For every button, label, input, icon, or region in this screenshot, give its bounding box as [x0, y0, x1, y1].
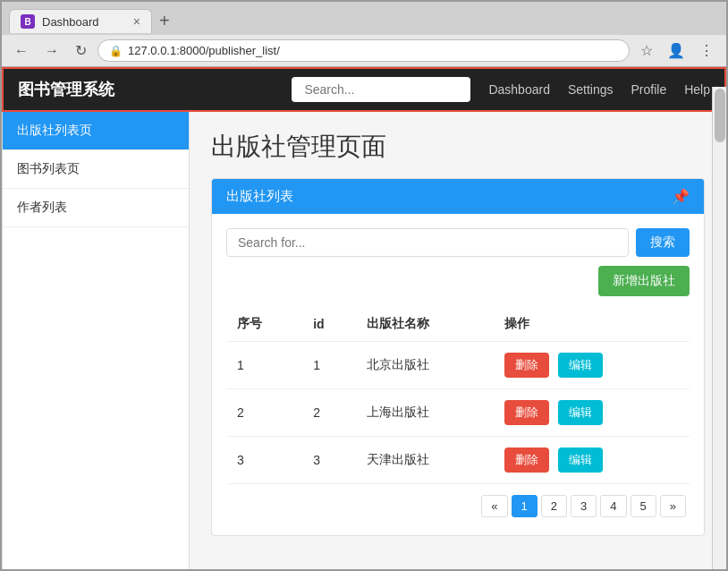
nav-link-dashboard[interactable]: Dashboard	[488, 82, 550, 97]
row3-actions: 删除 编辑	[494, 437, 690, 484]
tab-title: Dashboard	[42, 15, 99, 29]
table-row: 1 1 北京出版社 删除 编辑	[226, 342, 690, 389]
row2-seq: 2	[226, 389, 302, 437]
col-seq: 序号	[226, 307, 302, 342]
browser-chrome: B Dashboard × + ← → ↻ 🔒 127.0.0.1:8000/p…	[2, 2, 726, 67]
row1-seq: 1	[226, 342, 302, 389]
prev-page-button[interactable]: «	[481, 495, 507, 517]
row1-name: 北京出版社	[356, 342, 494, 389]
back-button[interactable]: ←	[9, 40, 34, 62]
app-navbar: 图书管理系统 Dashboard Settings Profile Help	[2, 67, 726, 112]
add-btn-row: 新增出版社	[226, 266, 690, 296]
nav-link-help[interactable]: Help	[684, 82, 710, 97]
row2-id: 2	[302, 389, 356, 437]
row1-delete-button[interactable]: 删除	[504, 353, 549, 378]
table-head: 序号 id 出版社名称 操作	[226, 307, 690, 342]
scrollbar-thumb[interactable]	[715, 89, 725, 142]
page-title: 出版社管理页面	[211, 130, 705, 164]
row1-edit-button[interactable]: 编辑	[558, 353, 603, 378]
tab-bar: B Dashboard × +	[2, 2, 726, 35]
nav-link-profile[interactable]: Profile	[631, 82, 667, 97]
page-1-button[interactable]: 1	[512, 495, 538, 517]
nav-link-settings[interactable]: Settings	[568, 82, 614, 97]
scrollbar[interactable]	[712, 87, 726, 571]
publisher-table: 序号 id 出版社名称 操作 1 1 北京出版社	[226, 307, 690, 484]
lock-icon: 🔒	[109, 45, 123, 57]
account-button[interactable]: 👤	[662, 39, 690, 62]
content-area: 出版社管理页面 出版社列表 📌 搜索 新增出版社	[190, 112, 726, 571]
page-4-button[interactable]: 4	[600, 495, 626, 517]
new-tab-button[interactable]: +	[152, 7, 177, 35]
page-2-button[interactable]: 2	[541, 495, 567, 517]
page-5-button[interactable]: 5	[631, 495, 656, 517]
col-name: 出版社名称	[356, 307, 494, 342]
star-button[interactable]: ☆	[635, 39, 658, 62]
address-bar-row: ← → ↻ 🔒 127.0.0.1:8000/publisher_list/ ☆…	[2, 35, 726, 66]
pagination: « 1 2 3 4 5 »	[226, 484, 690, 521]
card-header: 出版社列表 📌	[212, 179, 704, 214]
forward-button[interactable]: →	[39, 40, 64, 62]
row3-id: 3	[302, 437, 356, 484]
row3-seq: 3	[226, 437, 302, 484]
url-text: 127.0.0.1:8000/publisher_list/	[128, 44, 618, 57]
menu-button[interactable]: ⋮	[694, 39, 719, 62]
row2-name: 上海出版社	[356, 389, 494, 437]
app-nav-links: Dashboard Settings Profile Help	[488, 82, 710, 97]
pin-icon: 📌	[672, 188, 690, 205]
row3-name: 天津出版社	[356, 437, 494, 484]
row2-delete-button[interactable]: 删除	[504, 400, 549, 425]
col-action: 操作	[494, 307, 690, 342]
add-publisher-button[interactable]: 新增出版社	[598, 266, 690, 296]
search-button[interactable]: 搜索	[636, 228, 690, 257]
table-row: 3 3 天津出版社 删除 编辑	[226, 437, 690, 484]
active-tab[interactable]: B Dashboard ×	[9, 9, 152, 33]
row3-edit-button[interactable]: 编辑	[558, 447, 603, 473]
sidebar: 出版社列表页 图书列表页 作者列表	[2, 112, 190, 571]
app-brand: 图书管理系统	[18, 79, 114, 100]
card-header-title: 出版社列表	[226, 188, 293, 205]
row1-id: 1	[302, 342, 356, 389]
toolbar-icons: ☆ 👤 ⋮	[635, 39, 719, 62]
reload-button[interactable]: ↻	[70, 39, 92, 62]
row1-actions: 删除 编辑	[494, 342, 690, 389]
search-row: 搜索	[226, 228, 690, 257]
table-body: 1 1 北京出版社 删除 编辑 2 2	[226, 342, 690, 484]
col-id: id	[302, 307, 356, 342]
sidebar-item-authors[interactable]: 作者列表	[3, 189, 189, 227]
page-3-button[interactable]: 3	[571, 495, 597, 517]
table-search-input[interactable]	[226, 228, 629, 257]
sidebar-item-books[interactable]: 图书列表页	[3, 150, 189, 189]
tab-favicon: B	[21, 14, 35, 29]
card-body: 搜索 新增出版社 序号 id 出版社名称 操作	[212, 214, 704, 535]
tab-close-button[interactable]: ×	[133, 14, 140, 29]
publisher-card: 出版社列表 📌 搜索 新增出版社 序号	[211, 178, 705, 536]
sidebar-item-publisher[interactable]: 出版社列表页	[3, 112, 189, 150]
browser-window: B Dashboard × + ← → ↻ 🔒 127.0.0.1:8000/p…	[0, 0, 728, 571]
main-layout: 出版社列表页 图书列表页 作者列表 出版社管理页面 出版社列表 📌 搜索 新增出	[2, 112, 726, 571]
next-page-button[interactable]: »	[660, 495, 686, 517]
navbar-search-input[interactable]	[292, 77, 470, 102]
row3-delete-button[interactable]: 删除	[504, 447, 549, 473]
table-header-row: 序号 id 出版社名称 操作	[226, 307, 690, 342]
row2-actions: 删除 编辑	[494, 389, 690, 437]
table-row: 2 2 上海出版社 删除 编辑	[226, 389, 690, 437]
row2-edit-button[interactable]: 编辑	[558, 400, 603, 425]
address-bar[interactable]: 🔒 127.0.0.1:8000/publisher_list/	[97, 39, 630, 62]
